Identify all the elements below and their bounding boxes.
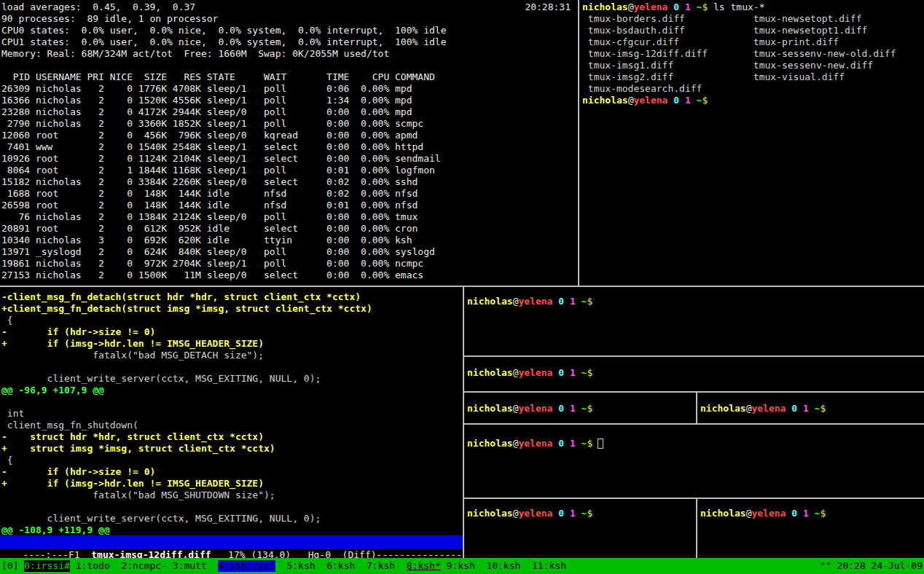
pane-shell-5-active[interactable]: nicholas@yelena 0 1 ~$ xyxy=(464,425,924,498)
window-item-separator xyxy=(475,560,487,572)
modeline-prefix: ----:---F1 xyxy=(23,549,91,558)
window-item-10[interactable]: 10:ksh xyxy=(486,560,520,572)
ls-file-row: tmux-cfgcur.diff tmux-print.diff xyxy=(582,36,924,48)
prompt-segment: nicholas xyxy=(582,95,628,106)
diff-line-ctx: client_write_server(cctx, MSG_EXITING, N… xyxy=(1,373,463,385)
pane-shell-3[interactable]: nicholas@yelena 0 1 ~$ xyxy=(464,393,696,423)
window-item-3[interactable]: 3:mutt xyxy=(173,560,207,572)
prompt-segment: 1 xyxy=(570,367,576,378)
prompt-segment: nicholas xyxy=(467,403,513,414)
prompt-segment: yelena xyxy=(751,403,786,414)
prompt-segment xyxy=(809,403,815,414)
shell-prompt-line: nicholas@yelena 0 1 ~$ ls tmux-* xyxy=(582,1,924,13)
prompt-segment xyxy=(576,438,582,449)
prompt-segment: 1 xyxy=(570,438,576,449)
pane-shell-ls[interactable]: nicholas@yelena 0 1 ~$ ls tmux-* tmux-bo… xyxy=(581,0,924,286)
diff-line-ctx: { xyxy=(1,315,463,326)
diff-line-chg: + struct imsg *imsg, struct client_ctx *… xyxy=(1,443,463,455)
diff-line-chg: + if (imsg->hdr.len != IMSG_HEADER_SIZE) xyxy=(1,338,463,350)
prompt-segment xyxy=(564,438,570,449)
modeline-filename: tmux-imsg-12diff.diff xyxy=(91,549,211,558)
prompt-segment: $ xyxy=(587,296,592,307)
shell-prompt-line: nicholas@yelena 0 1 ~$ xyxy=(700,508,924,519)
window-item-2[interactable]: 2:ncmpc- xyxy=(121,560,167,572)
window-item-separator xyxy=(520,560,532,572)
pane-border-horizontal xyxy=(464,498,924,499)
prompt-segment: yelena xyxy=(751,508,786,519)
prompt-segment: nicholas xyxy=(467,508,513,519)
shell-prompt-line: nicholas@yelena 0 1 ~$ xyxy=(467,438,924,449)
diff-line-hunk: @@ -96,9 +107,9 @@ xyxy=(1,385,463,396)
window-item-8[interactable]: 8:ksh* xyxy=(407,560,441,572)
top-command-output: load averages: 0.45, 0.39, 0.37 90 proce… xyxy=(1,1,578,281)
prompt-segment: 0 xyxy=(558,508,564,519)
modeline-dashes: ------------------- xyxy=(377,549,463,558)
window-item-7[interactable]: 7:ksh xyxy=(367,560,395,572)
pane-shell-7[interactable]: nicholas@yelena 0 1 ~$ xyxy=(697,499,924,558)
window-item-1[interactable]: 1:todo xyxy=(76,560,110,572)
prompt-segment: nicholas xyxy=(467,367,513,378)
prompt-segment: 0 xyxy=(558,296,564,307)
prompt-segment: $ xyxy=(820,508,826,519)
ls-file-row: tmux-imsg2.diff tmux-visual.diff xyxy=(582,71,924,83)
ls-file-row: tmux-imsg1.diff tmux-sessenv-new.diff xyxy=(582,60,924,71)
prompt-segment: 0 xyxy=(791,508,797,519)
prompt-segment xyxy=(576,296,582,307)
prompt-segment: yelena xyxy=(633,95,667,106)
prompt-segment: 1 xyxy=(803,508,809,519)
shell-prompt-line: nicholas@yelena 0 1 ~$ xyxy=(582,95,924,106)
diff-line-ctx xyxy=(1,501,463,513)
shell-prompt-line: nicholas@yelena 0 1 ~$ xyxy=(467,296,924,307)
pane-shell-6[interactable]: nicholas@yelena 0 1 ~$ xyxy=(464,499,696,558)
diff-line-ctx xyxy=(1,361,463,373)
prompt-segment: 1 xyxy=(570,296,576,307)
window-item-0[interactable]: 0:irssi# xyxy=(24,560,70,572)
prompt-segment: $ xyxy=(587,367,592,378)
pane-shell-2[interactable]: nicholas@yelena 0 1 ~$ xyxy=(464,357,924,391)
window-item-separator xyxy=(70,560,76,572)
diff-line-chg: - if (hdr->size != 0) xyxy=(1,466,463,478)
tmux-status-bar: [0] 0:irssi# 1:todo 2:ncmpc- 3:mutt 4:ss… xyxy=(0,558,924,574)
prompt-segment: 1 xyxy=(685,1,691,12)
window-item-5[interactable]: 5:ksh xyxy=(286,560,315,572)
pane-shell-1[interactable]: nicholas@yelena 0 1 ~$ xyxy=(464,287,924,355)
prompt-segment: nicholas xyxy=(700,508,746,519)
prompt-segment xyxy=(809,508,815,519)
window-item-4[interactable]: 4:ssh[cvs] xyxy=(218,560,275,572)
shell-prompt-line: nicholas@yelena 0 1 ~$ xyxy=(700,403,924,414)
pane-top-command[interactable]: load averages: 0.45, 0.39, 0.37 90 proce… xyxy=(0,0,578,286)
diff-line-ctx: { xyxy=(1,455,463,466)
prompt-segment: 0 xyxy=(673,1,679,12)
status-clock-date: "" 20:28 24-Jul-09 xyxy=(820,560,923,572)
prompt-segment: nicholas xyxy=(467,438,513,449)
prompt-segment: $ xyxy=(587,403,592,414)
pane-border-vertical xyxy=(578,0,579,286)
shell-prompt-line: nicholas@yelena 0 1 ~$ xyxy=(467,403,696,414)
prompt-segment: yelena xyxy=(518,438,552,449)
prompt-segment xyxy=(564,296,570,307)
window-item-11[interactable]: 11:ksh xyxy=(532,560,566,572)
prompt-segment: 1 xyxy=(685,95,691,106)
prompt-segment: 0 xyxy=(673,95,679,106)
prompt-segment: $ xyxy=(820,403,826,414)
prompt-segment: $ xyxy=(702,95,708,106)
window-item-separator xyxy=(275,560,287,572)
prompt-segment: $ xyxy=(587,508,592,519)
window-list: [0] 0:irssi# 1:todo 2:ncmpc- 3:mutt 4:ss… xyxy=(1,560,578,572)
pane-shell-4[interactable]: nicholas@yelena 0 1 ~$ xyxy=(697,393,924,423)
prompt-segment: 1 xyxy=(803,403,809,414)
diff-line-chg: + if (imsg->hdr.len != IMSG_HEADER_SIZE) xyxy=(1,478,463,490)
pane-border-horizontal xyxy=(464,423,924,425)
window-item-separator xyxy=(395,560,407,572)
prompt-segment: yelena xyxy=(518,367,552,378)
ls-file-row: tmux-borders.diff tmux-newsetopt.diff xyxy=(582,13,924,25)
prompt-segment: 0 xyxy=(558,367,564,378)
window-item-separator xyxy=(316,560,327,572)
clock: 20:28:31 xyxy=(525,1,571,13)
pane-border-horizontal xyxy=(0,286,924,287)
prompt-segment xyxy=(679,1,685,12)
window-item-9[interactable]: 9:ksh xyxy=(447,560,475,572)
window-item-separator xyxy=(441,560,447,572)
window-item-6[interactable]: 6:ksh xyxy=(326,560,355,572)
pane-emacs[interactable]: -client_msg_fn_detach(struct hdr *hdr, s… xyxy=(0,287,463,558)
